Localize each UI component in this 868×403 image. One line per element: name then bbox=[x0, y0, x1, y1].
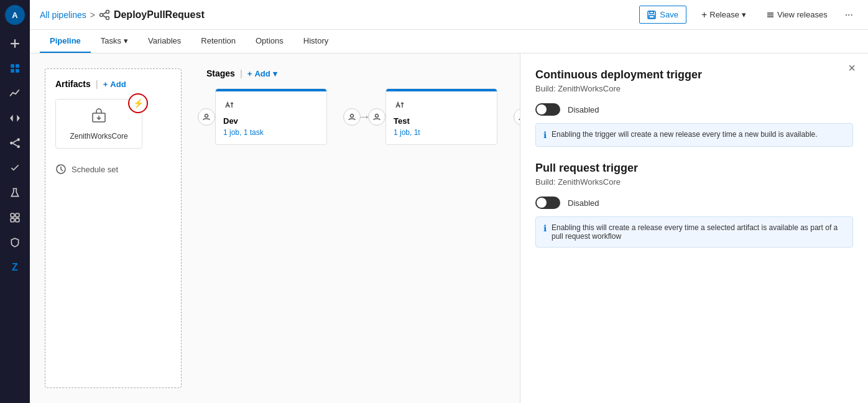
svg-point-6 bbox=[17, 145, 20, 148]
svg-rect-10 bbox=[16, 213, 19, 217]
pipeline-header-icon bbox=[99, 9, 110, 21]
stage-card-test[interactable]: Test 1 job, 1t bbox=[386, 88, 497, 145]
artifact-build-icon bbox=[90, 107, 108, 128]
schedule-label: Schedule set bbox=[72, 165, 118, 174]
schedule-item[interactable]: Schedule set bbox=[55, 159, 171, 180]
pull-trigger-toggle[interactable] bbox=[535, 197, 560, 209]
stage-name-dev: Dev bbox=[223, 116, 319, 126]
pull-request-trigger-section: Pull request trigger Build: ZenithWorksC… bbox=[535, 162, 853, 248]
stage-tasks-dev[interactable]: 1 job, 1 task bbox=[223, 128, 319, 137]
artifacts-add-label: Add bbox=[110, 80, 126, 89]
tab-pipeline[interactable]: Pipeline bbox=[40, 30, 91, 53]
svg-rect-19 bbox=[650, 11, 653, 14]
stage-icons-test bbox=[394, 99, 489, 111]
svg-rect-2 bbox=[11, 69, 14, 73]
pipeline-title: DeployPullRequest bbox=[114, 9, 205, 21]
save-label: Save bbox=[660, 10, 678, 19]
all-pipelines-link[interactable]: All pipelines bbox=[40, 10, 86, 20]
trigger-close-button[interactable]: × bbox=[846, 58, 858, 78]
tab-tasks[interactable]: Tasks ▾ bbox=[91, 30, 138, 53]
more-actions-button[interactable]: ··· bbox=[840, 7, 858, 23]
stages-row: Dev 1 job, 1 task → bbox=[206, 88, 520, 145]
tab-options[interactable]: Options bbox=[246, 30, 293, 53]
artifacts-header: Artifacts | + Add bbox=[55, 79, 171, 89]
continuous-trigger-title: Continuous deployment trigger bbox=[535, 68, 853, 81]
svg-point-28 bbox=[351, 114, 354, 117]
stage-card-body-dev: Dev 1 job, 1 task bbox=[216, 91, 326, 144]
sidebar: A Z bbox=[0, 0, 30, 403]
chart-icon[interactable] bbox=[4, 82, 26, 104]
stages-title: Stages bbox=[206, 68, 235, 78]
stages-panel: Stages | + Add ▾ bbox=[196, 68, 520, 388]
pre-deploy-dev[interactable] bbox=[198, 108, 215, 126]
continuous-trigger-toggle-row: Disabled bbox=[535, 103, 853, 116]
continuous-trigger-build: Build: ZenithWorksCore bbox=[535, 84, 853, 93]
post-deploy-dev[interactable] bbox=[343, 108, 361, 126]
svg-point-5 bbox=[17, 138, 20, 141]
pull-trigger-toggle-row: Disabled bbox=[535, 197, 853, 209]
breadcrumb-separator: > bbox=[90, 10, 95, 20]
tasks-dropdown-icon: ▾ bbox=[124, 36, 128, 45]
view-releases-button[interactable]: View releases bbox=[761, 6, 833, 23]
add-icon: + bbox=[103, 80, 108, 89]
view-releases-label: View releases bbox=[777, 10, 828, 19]
tab-variables[interactable]: Variables bbox=[138, 30, 191, 53]
post-deploy-test[interactable] bbox=[514, 108, 520, 126]
pull-trigger-build: Build: ZenithWorksCore bbox=[535, 177, 853, 187]
continuous-trigger-section: Continuous deployment trigger Build: Zen… bbox=[535, 68, 853, 147]
release-label: Release bbox=[709, 10, 739, 19]
svg-point-4 bbox=[10, 142, 13, 145]
svg-rect-0 bbox=[11, 64, 14, 68]
puzzle-icon[interactable] bbox=[4, 206, 26, 229]
pull-trigger-info-text: Enabling this will create a release ever… bbox=[552, 223, 845, 241]
nav-tabs: Pipeline Tasks ▾ Variables Retention Opt… bbox=[30, 30, 868, 53]
svg-rect-3 bbox=[16, 69, 19, 73]
svg-line-17 bbox=[103, 16, 106, 17]
svg-point-13 bbox=[99, 13, 103, 16]
svg-point-15 bbox=[106, 16, 109, 19]
trigger-panel: × Continuous deployment trigger Build: Z… bbox=[520, 53, 868, 403]
artifacts-title: Artifacts bbox=[55, 79, 91, 89]
svg-point-14 bbox=[106, 10, 109, 13]
artifacts-add-button[interactable]: + Add bbox=[103, 80, 126, 89]
pre-deploy-test[interactable] bbox=[368, 108, 386, 126]
zeta-icon[interactable]: Z bbox=[4, 256, 26, 279]
info-icon: ℹ bbox=[543, 130, 547, 140]
continuous-trigger-info-box: ℹ Enabling the trigger will create a new… bbox=[535, 123, 853, 147]
code-icon[interactable] bbox=[4, 107, 26, 129]
svg-line-16 bbox=[103, 12, 106, 14]
stages-add-dropdown: ▾ bbox=[273, 69, 277, 78]
plus-icon[interactable] bbox=[4, 32, 26, 55]
svg-point-27 bbox=[205, 114, 208, 117]
stage-icons-dev bbox=[223, 99, 319, 111]
main-content: All pipelines > DeployPullRequest Save +… bbox=[30, 0, 868, 403]
release-button[interactable]: + Release ▾ bbox=[694, 6, 754, 24]
toggle-knob bbox=[537, 104, 547, 114]
breadcrumb: All pipelines > DeployPullRequest bbox=[40, 9, 634, 21]
tab-history[interactable]: History bbox=[293, 30, 338, 53]
stage-card-body-test: Test 1 job, 1t bbox=[386, 91, 497, 144]
artifact-card[interactable]: ⚡ ZenithWorksCore bbox=[55, 99, 142, 149]
avatar[interactable]: A bbox=[5, 5, 25, 25]
artifacts-panel: Artifacts | + Add ⚡ bbox=[45, 68, 182, 388]
svg-point-29 bbox=[376, 114, 379, 117]
test-icon[interactable] bbox=[4, 157, 26, 179]
tab-retention[interactable]: Retention bbox=[191, 30, 246, 53]
stages-add-button[interactable]: + Add ▾ bbox=[247, 69, 277, 78]
release-plus: + bbox=[701, 9, 707, 21]
shield-icon[interactable] bbox=[4, 231, 26, 254]
lightning-trigger-button[interactable]: ⚡ bbox=[128, 93, 148, 113]
save-button[interactable]: Save bbox=[639, 6, 686, 24]
header-actions: Save + Release ▾ View releases ··· bbox=[639, 6, 858, 24]
flask-icon[interactable] bbox=[4, 182, 26, 204]
pipeline-nav-icon[interactable] bbox=[4, 132, 26, 154]
svg-line-8 bbox=[13, 144, 17, 146]
header: All pipelines > DeployPullRequest Save +… bbox=[30, 0, 868, 30]
svg-rect-20 bbox=[649, 16, 654, 18]
home-icon[interactable] bbox=[4, 57, 26, 80]
pipeline-main: Artifacts | + Add ⚡ bbox=[30, 53, 520, 403]
svg-rect-11 bbox=[11, 218, 14, 222]
continuous-trigger-toggle[interactable] bbox=[535, 103, 560, 116]
stage-tasks-test[interactable]: 1 job, 1t bbox=[394, 128, 489, 137]
stage-card-dev[interactable]: Dev 1 job, 1 task bbox=[215, 88, 327, 145]
